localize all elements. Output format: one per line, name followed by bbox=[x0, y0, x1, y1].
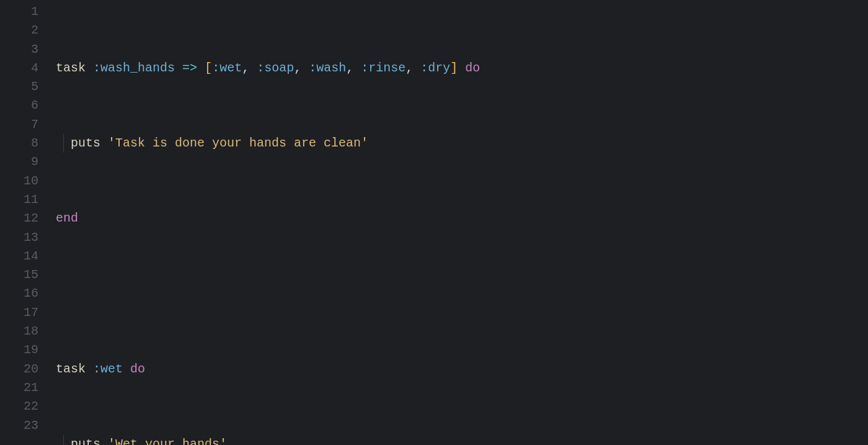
line-number: 21 bbox=[0, 379, 38, 397]
code-line[interactable] bbox=[56, 284, 868, 303]
symbol: :dry bbox=[420, 61, 450, 75]
indent-guide bbox=[63, 435, 64, 445]
code-line[interactable]: puts 'Wet your hands' bbox=[56, 435, 868, 445]
line-number: 5 bbox=[0, 78, 38, 96]
comma: , bbox=[242, 61, 249, 75]
line-number: 9 bbox=[0, 153, 38, 171]
line-number: 6 bbox=[0, 96, 38, 115]
symbol: :wet bbox=[93, 362, 123, 376]
line-number: 11 bbox=[0, 191, 38, 209]
puts-call: puts bbox=[71, 136, 100, 150]
line-number: 19 bbox=[0, 341, 38, 359]
line-number: 14 bbox=[0, 247, 38, 266]
task-keyword: task bbox=[56, 362, 86, 376]
comma: , bbox=[405, 61, 413, 75]
string-literal: 'Task is done your hands are clean' bbox=[108, 136, 368, 150]
line-number-gutter: 1 2 3 4 5 6 7 8 9 10 11 12 13 14 15 16 1… bbox=[0, 2, 56, 445]
line-number: 4 bbox=[0, 59, 38, 78]
line-number: 10 bbox=[0, 172, 38, 191]
line-number: 8 bbox=[0, 134, 38, 153]
line-number: 1 bbox=[0, 2, 38, 21]
line-number: 18 bbox=[0, 322, 38, 341]
symbol: :wash bbox=[309, 61, 346, 75]
line-number: 22 bbox=[0, 397, 38, 416]
end-keyword: end bbox=[56, 211, 78, 225]
comma: , bbox=[294, 61, 301, 75]
do-keyword: do bbox=[465, 61, 480, 75]
symbol: :wet bbox=[212, 61, 242, 75]
line-number: 7 bbox=[0, 115, 38, 134]
code-line[interactable]: task :wash_hands => [:wet, :soap, :wash,… bbox=[56, 59, 868, 78]
task-keyword: task bbox=[56, 61, 86, 75]
code-line[interactable]: end bbox=[56, 209, 868, 228]
line-number: 23 bbox=[0, 416, 38, 435]
code-line[interactable]: task :wet do bbox=[56, 360, 868, 379]
line-number: 16 bbox=[0, 284, 38, 303]
line-number: 15 bbox=[0, 266, 38, 284]
indent-guide bbox=[63, 134, 64, 153]
bracket-open: [ bbox=[205, 61, 212, 75]
line-number: 3 bbox=[0, 40, 38, 59]
string-literal: 'Wet your hands' bbox=[108, 437, 227, 445]
line-number: 13 bbox=[0, 228, 38, 247]
hash-rocket: => bbox=[182, 61, 197, 75]
code-area[interactable]: task :wash_hands => [:wet, :soap, :wash,… bbox=[56, 2, 868, 445]
line-number: 17 bbox=[0, 303, 38, 322]
do-keyword: do bbox=[130, 362, 145, 376]
line-number: 12 bbox=[0, 209, 38, 228]
line-number: 20 bbox=[0, 360, 38, 379]
code-editor[interactable]: 1 2 3 4 5 6 7 8 9 10 11 12 13 14 15 16 1… bbox=[0, 2, 868, 445]
line-number: 2 bbox=[0, 21, 38, 40]
symbol: :soap bbox=[257, 61, 294, 75]
comma: , bbox=[346, 61, 353, 75]
code-line[interactable]: puts 'Task is done your hands are clean' bbox=[56, 134, 868, 153]
puts-call: puts bbox=[71, 437, 100, 445]
symbol: :rinse bbox=[361, 61, 405, 75]
bracket-close: ] bbox=[450, 61, 458, 75]
symbol: :wash_hands bbox=[93, 61, 175, 75]
